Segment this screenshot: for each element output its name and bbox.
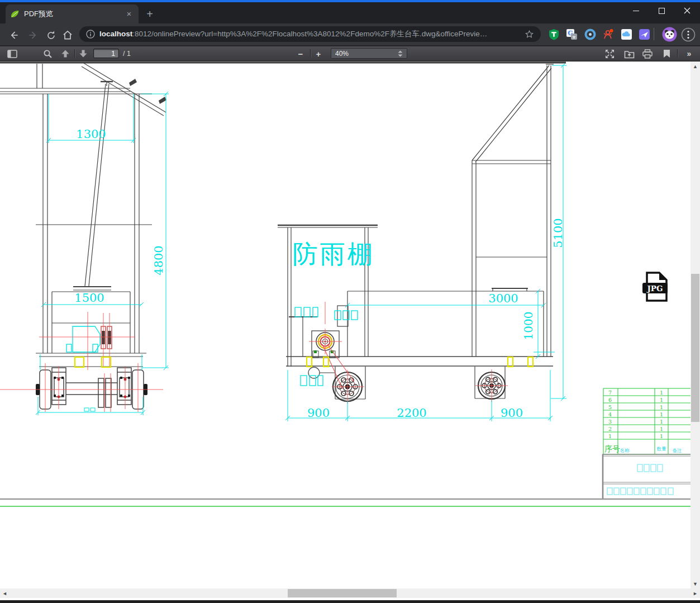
- dimension-900-left: 900: [307, 406, 330, 420]
- row-index: 2: [608, 426, 612, 432]
- page-number-input[interactable]: [93, 49, 119, 58]
- row-qty: 1: [660, 411, 663, 417]
- reload-button[interactable]: [44, 28, 58, 42]
- maximize-icon: [659, 8, 665, 14]
- vertical-scrollbar-thumb[interactable]: [691, 274, 699, 422]
- extension-cloud[interactable]: [621, 29, 632, 40]
- page-count-label: / 1: [123, 50, 131, 58]
- extension-ring[interactable]: [584, 29, 596, 40]
- row-index: 3: [608, 419, 612, 425]
- extension-red-figure[interactable]: [602, 29, 614, 40]
- vertical-scrollbar[interactable]: ▲ ▼: [691, 61, 700, 588]
- zoom-select[interactable]: 40%: [331, 48, 407, 59]
- zoom-in-button[interactable]: +: [313, 49, 324, 59]
- window-minimize-button[interactable]: [623, 3, 649, 18]
- site-info-icon[interactable]: [86, 30, 95, 39]
- find-button[interactable]: [41, 49, 54, 59]
- browser-menu-button[interactable]: [681, 27, 696, 44]
- more-tools-button[interactable]: »: [683, 49, 695, 59]
- home-button[interactable]: [60, 28, 75, 42]
- toolbar-divider: [74, 49, 75, 58]
- address-bar[interactable]: localhost:8012/onlinePreview?url=http%3A…: [79, 26, 541, 42]
- fullscreen-icon: [605, 49, 615, 59]
- zoom-value: 40%: [335, 50, 398, 58]
- window-close-button[interactable]: [674, 3, 700, 18]
- cad-drawing: 1300 1500 4800: [0, 61, 691, 520]
- horizontal-scrollbar[interactable]: ◄ ►: [0, 588, 700, 598]
- horizontal-scrollbar-thumb[interactable]: [288, 589, 397, 597]
- dimension-4800: 4800: [152, 245, 165, 275]
- forward-button[interactable]: [26, 28, 40, 42]
- bookmark-icon: [663, 49, 670, 58]
- open-file-button[interactable]: [622, 49, 636, 59]
- translate-icon: G: [566, 29, 578, 40]
- search-icon: [43, 49, 53, 59]
- scroll-down-arrow[interactable]: ▼: [691, 579, 700, 588]
- bird-icon: [639, 29, 650, 40]
- jpg-label: JPG: [646, 284, 663, 293]
- row-index: 6: [608, 397, 612, 403]
- extension-tampermonkey[interactable]: [548, 29, 560, 40]
- browser-titlebar: PDF预览 × +: [0, 0, 700, 23]
- blue-ring-icon: [584, 29, 596, 40]
- accent-top-border: [0, 0, 700, 2]
- window-maximize-button[interactable]: [649, 3, 674, 18]
- dimension-1300: 1300: [76, 127, 106, 141]
- bookmark-star-icon[interactable]: [525, 30, 534, 39]
- dimension-5100: 5100: [551, 218, 565, 248]
- row-qty: 1: [660, 419, 663, 425]
- browser-window: PDF预览 × +: [0, 0, 700, 603]
- row-index: 1: [608, 433, 612, 439]
- panda-avatar-icon: [662, 27, 677, 42]
- dimension-1500: 1500: [74, 291, 104, 305]
- row-index: 4: [608, 411, 612, 417]
- sidebar-icon: [7, 50, 17, 58]
- row-qty: 1: [660, 404, 663, 410]
- reload-icon: [46, 30, 56, 41]
- minimize-icon: [633, 11, 639, 11]
- spring-leaf-favicon: [10, 10, 20, 19]
- side-view: 防雨棚 3000 1000 5100 900 2200 900: [278, 63, 566, 421]
- arrow-up-icon: [61, 49, 70, 58]
- page-down-button[interactable]: [77, 49, 89, 59]
- new-tab-button[interactable]: +: [143, 8, 156, 21]
- red-figure-icon: [602, 29, 614, 40]
- dimension-900-right: 900: [501, 406, 523, 420]
- page-up-button[interactable]: [59, 49, 72, 59]
- browser-tab[interactable]: PDF预览 ×: [6, 4, 139, 23]
- shelter-label: 防雨棚: [293, 239, 375, 269]
- jpg-file-icon: JPG: [642, 273, 668, 301]
- scroll-right-arrow[interactable]: ►: [691, 588, 700, 598]
- close-icon: [684, 7, 691, 14]
- header-index: 序号: [604, 444, 620, 453]
- tab-close-icon[interactable]: ×: [124, 9, 134, 19]
- zoom-out-button[interactable]: −: [295, 49, 306, 59]
- toggle-sidebar-button[interactable]: [6, 49, 18, 59]
- scroll-left-arrow[interactable]: ◄: [0, 588, 9, 598]
- select-spinner-icon: [398, 50, 403, 57]
- row-index: 7: [608, 390, 612, 396]
- row-index: 5: [608, 404, 612, 410]
- back-arrow-icon: [8, 30, 20, 41]
- row-qty: 1: [660, 433, 663, 439]
- current-view-button[interactable]: [660, 49, 673, 59]
- open-file-icon: [624, 49, 635, 59]
- home-icon: [62, 30, 73, 41]
- url-path: :8012/onlinePreview?url=http%3A%2F%2Floc…: [132, 30, 487, 38]
- dimension-2200: 2200: [397, 406, 426, 420]
- extension-translate[interactable]: G: [566, 29, 578, 40]
- toolbar-divider: [310, 49, 311, 58]
- window-bottom-edge: [0, 600, 700, 603]
- tab-title: PDF预览: [24, 9, 124, 19]
- header-note: 备注: [673, 448, 683, 453]
- header-qty: 数量: [657, 446, 667, 452]
- title-block: 7 6 5 4 3 2 1 1 1 1 1 1 1 1 序号 名称 数量: [602, 388, 691, 499]
- row-qty: 1: [660, 397, 663, 403]
- extension-bird[interactable]: [639, 29, 650, 40]
- profile-avatar[interactable]: [662, 27, 677, 44]
- print-button[interactable]: [641, 49, 654, 59]
- presentation-mode-button[interactable]: [603, 49, 616, 59]
- scroll-up-arrow[interactable]: ▲: [691, 61, 700, 71]
- back-button[interactable]: [7, 28, 21, 42]
- row-qty: 1: [660, 390, 663, 396]
